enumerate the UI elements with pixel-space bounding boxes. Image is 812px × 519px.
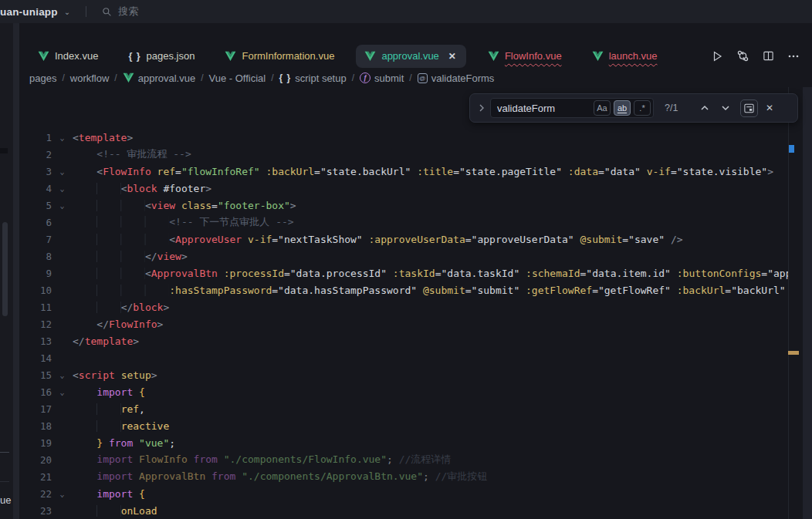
code-line-2[interactable]: 2 <!-- 审批流程 --> [19, 146, 788, 163]
tab-forminformation-vue[interactable]: FormInformation.vue [216, 45, 343, 68]
code-line-10[interactable]: 10 :hasStampPassword="data.hasStampPassw… [19, 281, 788, 298]
find-close-icon[interactable]: ✕ [766, 103, 773, 113]
code-line-4[interactable]: 4⌄ <block #footer> [19, 180, 788, 197]
breadcrumb-label: approval.vue [138, 72, 195, 84]
code-line-7[interactable]: 7 <ApproveUser v-if="nextTaskShow" :appr… [19, 231, 788, 248]
toggle-replace-icon[interactable] [478, 104, 486, 112]
line-number[interactable]: 23 [19, 505, 52, 517]
breadcrumb-item-pages[interactable]: pages [29, 72, 56, 84]
line-number[interactable]: 3 [19, 166, 52, 177]
line-number[interactable]: 13 [19, 335, 52, 347]
code-line-1[interactable]: 1⌄<template> [19, 129, 788, 146]
code-line-21[interactable]: 21 import ApprovalBtn from "./components… [19, 468, 788, 485]
code-line-17[interactable]: 17 ref, [19, 400, 788, 417]
breadcrumb-item-workflow[interactable]: workflow [70, 72, 110, 84]
code-line-18[interactable]: 18 reactive [19, 417, 788, 434]
tab-index-vue[interactable]: Index.vue [29, 45, 107, 68]
code-line-13[interactable]: 13</template> [19, 332, 788, 349]
code-line-8[interactable]: 8 </view> [19, 248, 788, 265]
find-previous-icon[interactable] [698, 101, 712, 115]
code-editor[interactable]: 1⌄<template>2 <!-- 审批流程 -->3⌄ <FlowInfo … [19, 129, 788, 519]
tab-label: FormInformation.vue [242, 50, 334, 62]
code-line-15[interactable]: 15⌄<script setup> [19, 366, 788, 383]
line-number[interactable]: 19 [19, 437, 52, 449]
code-line-14[interactable]: 14 [19, 349, 788, 366]
line-number[interactable]: 7 [19, 234, 52, 245]
tab-approval-vue[interactable]: approval.vue✕ [356, 45, 466, 68]
chevron-down-icon[interactable]: ⌄ [64, 8, 70, 16]
code-line-22[interactable]: 22⌄ import { [19, 485, 788, 502]
line-number[interactable]: 11 [19, 302, 52, 313]
line-number[interactable]: 2 [19, 149, 52, 160]
code-line-9[interactable]: 9 <ApprovalBtn :processId="data.processI… [19, 265, 788, 281]
global-search[interactable]: 搜索 [102, 5, 138, 19]
run-icon[interactable] [709, 49, 725, 64]
code-line-11[interactable]: 11 </block> [19, 298, 788, 315]
line-number[interactable]: 9 [19, 268, 52, 279]
find-input-wrap: Aa ab .* [490, 98, 654, 118]
regex-toggle[interactable]: .* [634, 100, 651, 116]
line-number[interactable]: 16 [19, 386, 52, 398]
indent-guide [96, 200, 145, 211]
find-next-icon[interactable] [719, 101, 732, 115]
tab-close-icon[interactable]: ✕ [447, 51, 458, 62]
split-editor-icon[interactable] [760, 49, 776, 64]
indent-guide [96, 285, 169, 296]
editor-scrollbar-strip[interactable] [803, 87, 812, 519]
line-number[interactable]: 12 [19, 318, 52, 330]
code-text: :hasStampPassword="data.hasStampPassword… [73, 285, 788, 296]
code-line-12[interactable]: 12 </FlowInfo> [19, 315, 788, 332]
code-line-16[interactable]: 16⌄ import { [19, 383, 788, 400]
line-number[interactable]: 10 [19, 285, 52, 296]
fold-chevron-icon[interactable]: ⌄ [52, 184, 73, 193]
fold-chevron-icon[interactable]: ⌄ [52, 201, 73, 210]
breadcrumb-item-submit[interactable]: ƒsubmit [360, 72, 404, 84]
sidebar-scrollbar-thumb[interactable] [2, 222, 8, 316]
line-number[interactable]: 4 [19, 183, 52, 194]
line-number[interactable]: 8 [19, 251, 52, 262]
fold-chevron-icon[interactable]: ⌄ [52, 490, 73, 498]
vue-file-icon [364, 51, 376, 62]
vscode-window: { "titlebar": { "project": "uan-uniapp",… [0, 0, 812, 519]
line-number[interactable]: 18 [19, 420, 52, 432]
code-line-3[interactable]: 3⌄ <FlowInfo ref="flowInfoRef" :backUrl=… [19, 163, 788, 180]
project-menu[interactable]: uan-uniapp [0, 6, 58, 18]
find-input[interactable] [497, 103, 590, 114]
line-number[interactable]: 21 [19, 471, 52, 483]
line-number[interactable]: 17 [19, 403, 52, 415]
line-number[interactable]: 5 [19, 200, 52, 211]
fold-chevron-icon[interactable]: ⌄ [52, 388, 73, 396]
fold-chevron-icon[interactable]: ⌄ [52, 133, 73, 142]
tab-launch-vue[interactable]: launch.vue [584, 45, 666, 68]
breadcrumb-item-approval-vue[interactable]: approval.vue [123, 72, 195, 84]
line-number[interactable]: 20 [19, 454, 52, 466]
compare-changes-icon[interactable] [735, 49, 750, 64]
breadcrumb-item-script-setup[interactable]: { }script setup [279, 72, 347, 84]
code-line-6[interactable]: 6 <!-- 下一节点审批人 --> [19, 214, 788, 231]
code-line-19[interactable]: 19 } from "vue"; [19, 434, 788, 451]
line-number[interactable]: 1 [19, 132, 52, 143]
tab-pages-json[interactable]: { }pages.json [120, 45, 203, 68]
match-case-toggle[interactable]: Aa [594, 100, 611, 116]
indent-guide [96, 216, 169, 227]
more-actions-icon[interactable] [786, 49, 801, 64]
breadcrumb-item-vue-official[interactable]: Vue - Official [208, 72, 266, 84]
find-in-selection-icon[interactable] [740, 99, 758, 117]
breadcrumb-item-validateforms[interactable]: @validateForms [418, 72, 495, 84]
fold-chevron-icon[interactable]: ⌄ [52, 167, 73, 176]
line-number[interactable]: 15 [19, 369, 52, 381]
code-text: <block #footer> [73, 183, 788, 194]
fold-chevron-icon[interactable]: ⌄ [52, 371, 73, 379]
indent-guide [96, 302, 120, 313]
code-text: </block> [73, 302, 788, 313]
whole-word-toggle[interactable]: ab [614, 100, 631, 116]
code-line-5[interactable]: 5⌄ <view class="footer-box"> [19, 197, 788, 214]
line-number[interactable]: 14 [19, 352, 52, 364]
sliver-decoration [0, 148, 8, 153]
code-line-23[interactable]: 23 onLoad [19, 502, 788, 519]
code-line-20[interactable]: 20 import FlowInfo from "./components/Fl… [19, 451, 788, 468]
line-number[interactable]: 22 [19, 488, 52, 500]
tab-flowinfo-vue[interactable]: FlowInfo.vue [479, 45, 570, 68]
editor-actions [709, 44, 801, 68]
line-number[interactable]: 6 [19, 217, 52, 228]
